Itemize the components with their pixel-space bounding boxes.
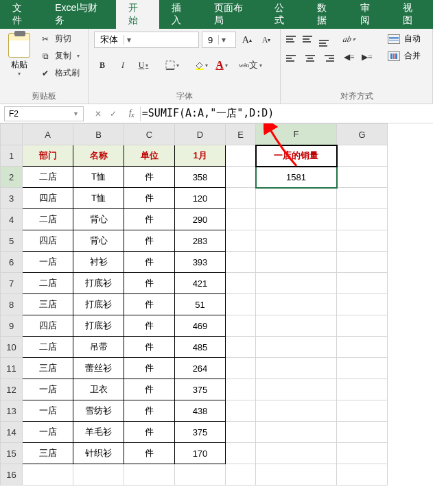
copy-button[interactable]: ⧉复制▾	[37, 49, 82, 63]
cell[interactable]	[226, 315, 256, 337]
paste-button[interactable]: 粘贴 ▾	[5, 32, 33, 78]
cell-F1[interactable]: 一店的销量	[256, 145, 337, 167]
cell[interactable]	[226, 400, 256, 422]
cell[interactable]: 四店	[23, 188, 73, 209]
row-header[interactable]: 8	[1, 294, 23, 315]
align-right[interactable]	[319, 51, 334, 66]
cell[interactable]: 件	[124, 379, 175, 400]
cell[interactable]: 四店	[23, 315, 73, 337]
orientation-button[interactable]: ab	[339, 32, 360, 47]
tab-view[interactable]: 视图	[390, 0, 433, 29]
cell[interactable]: 1月	[175, 145, 226, 167]
cell[interactable]: T恤	[73, 167, 124, 188]
decrease-indent[interactable]: ◀≡	[341, 49, 358, 64]
fx-icon[interactable]: fx	[124, 108, 140, 119]
border-button[interactable]	[164, 58, 180, 73]
cell[interactable]: 264	[175, 358, 226, 379]
cell[interactable]	[337, 443, 388, 464]
cell[interactable]: 蕾丝衫	[73, 358, 124, 379]
row-header[interactable]: 15	[1, 443, 23, 464]
cut-button[interactable]: ✂剪切	[37, 32, 82, 46]
row-header[interactable]: 13	[1, 400, 23, 422]
wrap-text-button[interactable]: 自动	[385, 32, 423, 46]
cell[interactable]	[337, 315, 388, 337]
cell[interactable]	[256, 379, 337, 400]
cell[interactable]: 120	[175, 188, 226, 209]
cell[interactable]	[337, 464, 388, 485]
cell[interactable]	[337, 167, 388, 188]
row-header[interactable]: 16	[1, 464, 23, 485]
increase-font-icon[interactable]: A▴	[239, 32, 255, 47]
cell[interactable]	[256, 252, 337, 273]
tab-formulas[interactable]: 公式	[262, 0, 305, 29]
cell[interactable]	[256, 422, 337, 443]
row-header[interactable]: 9	[1, 315, 23, 337]
cell[interactable]	[226, 358, 256, 379]
cell[interactable]: 438	[175, 400, 226, 422]
row-header[interactable]: 10	[1, 337, 23, 358]
cell[interactable]: T恤	[73, 188, 124, 209]
cell[interactable]	[256, 273, 337, 294]
cell[interactable]: 421	[175, 273, 226, 294]
col-header-E[interactable]: E	[226, 124, 256, 145]
cell[interactable]	[256, 209, 337, 230]
cell[interactable]	[337, 209, 388, 230]
cell[interactable]: 羊毛衫	[73, 422, 124, 443]
align-bottom[interactable]	[319, 32, 334, 47]
cell[interactable]	[337, 337, 388, 358]
row-header[interactable]: 11	[1, 358, 23, 379]
cell[interactable]	[256, 400, 337, 422]
cell[interactable]	[226, 464, 256, 485]
cell[interactable]: 375	[175, 422, 226, 443]
cell[interactable]: 件	[124, 273, 175, 294]
cell[interactable]: 件	[124, 294, 175, 315]
align-center[interactable]	[303, 51, 318, 66]
tab-insert[interactable]: 插入	[159, 0, 202, 29]
cell[interactable]	[124, 464, 175, 485]
cell[interactable]	[337, 358, 388, 379]
cell[interactable]: 三店	[23, 358, 73, 379]
font-size-combo[interactable]: 9▾	[202, 32, 236, 48]
cell[interactable]	[337, 273, 388, 294]
col-header-F[interactable]: F	[256, 124, 337, 145]
cell[interactable]	[256, 337, 337, 358]
cell[interactable]	[226, 443, 256, 464]
cell[interactable]	[256, 294, 337, 315]
fill-color-button[interactable]	[193, 58, 209, 73]
cell[interactable]	[337, 230, 388, 252]
cell-F2-selected[interactable]: 1581	[256, 167, 337, 188]
row-header[interactable]: 2	[1, 167, 23, 188]
formula-input[interactable]	[140, 106, 433, 121]
cell[interactable]: 卫衣	[73, 379, 124, 400]
cell[interactable]	[256, 315, 337, 337]
cell[interactable]	[175, 464, 226, 485]
cell[interactable]: 283	[175, 230, 226, 252]
cell[interactable]	[226, 188, 256, 209]
cell[interactable]: 件	[124, 337, 175, 358]
row-header[interactable]: 5	[1, 230, 23, 252]
cell[interactable]	[337, 422, 388, 443]
cell[interactable]: 衬衫	[73, 252, 124, 273]
cell[interactable]: 吊带	[73, 337, 124, 358]
cell[interactable]: 170	[175, 443, 226, 464]
cell[interactable]	[226, 145, 256, 167]
tab-home[interactable]: 开始	[116, 0, 159, 29]
cell[interactable]: 针织衫	[73, 443, 124, 464]
cell[interactable]: 375	[175, 379, 226, 400]
cell[interactable]: 二店	[23, 273, 73, 294]
row-header[interactable]: 14	[1, 422, 23, 443]
name-box[interactable]: F2▼	[4, 106, 84, 121]
spreadsheet[interactable]: A B C D E F G 1 部门 名称 单位 1月 一店的销量 2 二店 T…	[0, 123, 388, 485]
cell[interactable]: 打底衫	[73, 315, 124, 337]
cell[interactable]	[256, 443, 337, 464]
cancel-formula-icon[interactable]: ✕	[95, 109, 102, 119]
cell[interactable]: 背心	[73, 209, 124, 230]
increase-indent[interactable]: ▶≡	[359, 49, 375, 64]
cell[interactable]: 三店	[23, 443, 73, 464]
cell[interactable]: 一店	[23, 252, 73, 273]
cell[interactable]	[256, 188, 337, 209]
cell[interactable]	[337, 252, 388, 273]
cell[interactable]: 件	[124, 315, 175, 337]
phonetic-button[interactable]: wén文	[242, 58, 259, 73]
tab-excel-finance[interactable]: Excel与财务	[43, 0, 116, 29]
